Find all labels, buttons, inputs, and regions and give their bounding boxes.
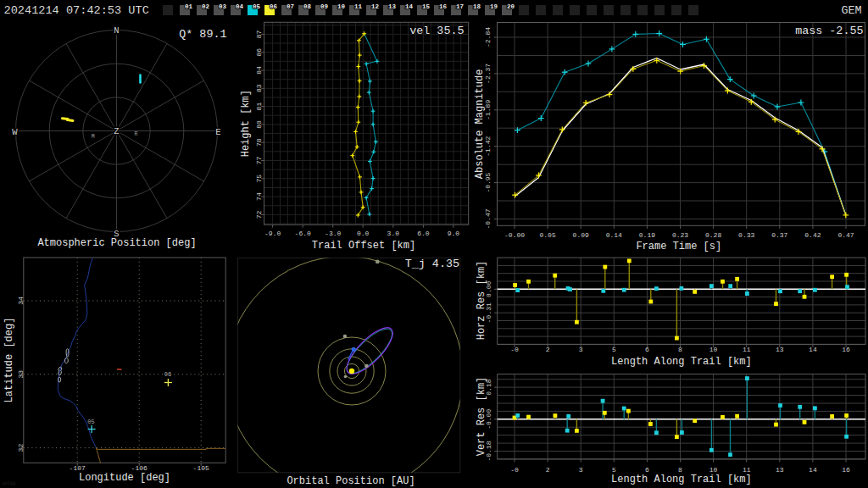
svg-text:09: 09 [320, 3, 329, 10]
svg-text:12: 12 [371, 3, 380, 10]
svg-text:14: 14 [809, 466, 817, 474]
svg-text:Orbital Position [AU]: Orbital Position [AU] [287, 475, 415, 487]
svg-text:05: 05 [87, 419, 94, 425]
svg-text:6: 6 [645, 346, 649, 353]
svg-text:0.33: 0.33 [738, 231, 754, 239]
svg-text:5: 5 [612, 346, 616, 353]
svg-text:10: 10 [709, 346, 718, 353]
svg-text:mass -2.55: mass -2.55 [795, 25, 863, 37]
svg-text:E: E [215, 127, 220, 137]
svg-text:9.0: 9.0 [448, 230, 460, 237]
svg-text:18: 18 [473, 3, 481, 10]
svg-text:-9.0: -9.0 [264, 230, 281, 237]
svg-text:-0.47: -0.47 [484, 208, 492, 229]
svg-text:87: 87 [255, 30, 263, 38]
svg-text:0.19: 0.19 [639, 231, 655, 239]
svg-text:2: 2 [546, 466, 550, 474]
svg-text:Frame Time [s]: Frame Time [s] [636, 241, 721, 252]
svg-text:N: N [114, 25, 119, 36]
svg-text:06: 06 [270, 3, 278, 10]
svg-text:Atmospheric Position [deg]: Atmospheric Position [deg] [37, 237, 196, 249]
svg-text:3.0: 3.0 [387, 230, 400, 237]
svg-text:0.47: 0.47 [837, 231, 854, 239]
svg-text:72: 72 [255, 210, 263, 219]
svg-text:Longitude [deg]: Longitude [deg] [79, 472, 170, 484]
svg-text:10: 10 [337, 3, 346, 10]
svg-text:-105: -105 [193, 464, 209, 472]
svg-text:0.23: 0.23 [672, 231, 688, 239]
svg-text:-107: -107 [70, 464, 86, 472]
svg-text:8: 8 [678, 466, 682, 474]
svg-text:2: 2 [546, 346, 550, 353]
svg-text:01: 01 [185, 3, 193, 10]
svg-text:33: 33 [17, 370, 25, 379]
svg-text:15: 15 [422, 3, 431, 10]
svg-text:-106: -106 [131, 464, 147, 472]
svg-text:M: M [92, 134, 95, 140]
svg-text:14: 14 [405, 3, 414, 10]
svg-text:02: 02 [202, 3, 210, 10]
svg-text:Q* 89.1: Q* 89.1 [179, 28, 226, 41]
svg-text:-0: -0 [510, 346, 519, 353]
svg-text:78: 78 [255, 138, 263, 147]
svg-text:07: 07 [287, 3, 294, 10]
svg-text:08: 08 [303, 3, 312, 10]
svg-text:75: 75 [255, 175, 263, 183]
svg-text:Absolute Magnitude: Absolute Magnitude [474, 69, 486, 180]
svg-text:17: 17 [456, 3, 464, 10]
svg-text:-2.84: -2.84 [484, 27, 492, 47]
svg-text:-3.0: -3.0 [325, 230, 341, 237]
svg-text:-0.00: -0.00 [504, 231, 525, 239]
svg-text:-6.0: -6.0 [295, 230, 311, 237]
svg-text:16: 16 [842, 466, 850, 474]
svg-text:03: 03 [219, 3, 227, 10]
svg-text:86: 86 [255, 48, 263, 57]
svg-text:0.37: 0.37 [771, 231, 787, 239]
svg-text:6.0: 6.0 [417, 230, 430, 237]
svg-text:16: 16 [842, 346, 850, 353]
svg-text:R: R [135, 131, 138, 137]
svg-text:81: 81 [255, 103, 263, 111]
svg-text:32: 32 [17, 444, 25, 452]
svg-text:13: 13 [388, 3, 397, 10]
svg-text:0.09: 0.09 [573, 231, 589, 239]
svg-text:Z: Z [114, 126, 119, 136]
svg-text:Trail Offset [km]: Trail Offset [km] [312, 240, 415, 252]
svg-text:83: 83 [255, 84, 263, 92]
svg-text:80: 80 [255, 120, 263, 129]
svg-text:11: 11 [743, 346, 751, 353]
svg-text:05: 05 [253, 3, 261, 10]
svg-text:13: 13 [776, 346, 784, 353]
svg-text:6: 6 [645, 466, 649, 474]
svg-text:vel 35.5: vel 35.5 [409, 25, 464, 37]
svg-text:Latitude [deg]: Latitude [deg] [3, 318, 15, 403]
svg-text:20: 20 [507, 3, 515, 10]
svg-text:84: 84 [255, 66, 263, 75]
svg-text:0.05: 0.05 [539, 231, 555, 239]
svg-text:14: 14 [809, 346, 817, 353]
svg-text:20241214 07:42:53 UTC: 20241214 07:42:53 UTC [4, 4, 149, 17]
svg-text:W: W [12, 127, 18, 137]
svg-text:13: 13 [776, 466, 784, 474]
svg-text:0.14: 0.14 [606, 231, 622, 239]
svg-text:16: 16 [439, 3, 448, 10]
svg-text:pylig: pylig [3, 481, 15, 486]
svg-text:0.42: 0.42 [804, 231, 821, 239]
svg-text:19: 19 [490, 3, 498, 10]
svg-text:74: 74 [255, 192, 263, 201]
svg-text:3: 3 [579, 346, 583, 353]
svg-text:T_j 4.35: T_j 4.35 [405, 258, 459, 270]
svg-text:06: 06 [164, 371, 171, 378]
svg-text:GEM: GEM [841, 4, 861, 17]
svg-text:11: 11 [743, 466, 751, 474]
svg-text:10: 10 [709, 466, 718, 474]
svg-text:Length Along Trail [km]: Length Along Trail [km] [611, 474, 752, 485]
svg-text:5: 5 [612, 466, 616, 474]
svg-text:04: 04 [236, 3, 244, 10]
svg-text:34: 34 [17, 297, 25, 305]
svg-text:11: 11 [354, 3, 363, 10]
svg-text:3: 3 [579, 466, 583, 474]
svg-text:Vert Res [km]: Vert Res [km] [476, 377, 487, 457]
svg-text:8: 8 [678, 346, 682, 353]
svg-text:Length Along Trail [km]: Length Along Trail [km] [611, 356, 752, 368]
